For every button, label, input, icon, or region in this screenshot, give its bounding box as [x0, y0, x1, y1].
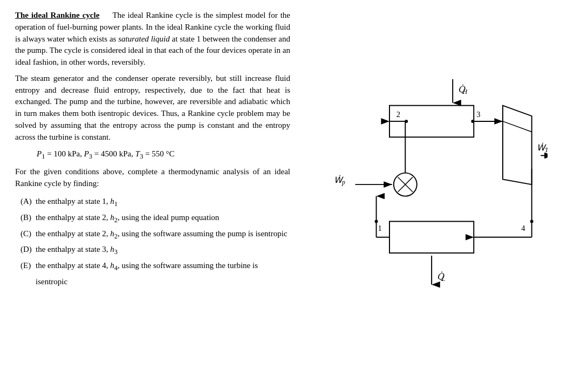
list-item: (A) the enthalpy at state 1, h1 — [20, 194, 290, 210]
item-label-b: (B) — [20, 210, 36, 224]
items-list: (A) the enthalpy at state 1, h1 (B) the … — [20, 194, 290, 289]
item-label-e: (E) — [20, 258, 36, 272]
qH-subscript: H — [462, 88, 468, 95]
paragraph2: The steam generator and the condenser op… — [15, 73, 290, 143]
state1-dot — [375, 220, 378, 223]
item-text-e: the enthalpy at state 4, h4, using the s… — [36, 258, 290, 289]
saturated-liquid-text: saturated liquid — [118, 35, 170, 43]
state2-label: 2 — [396, 110, 400, 119]
list-item: (B) the enthalpy at state 2, h2, using t… — [20, 210, 290, 227]
state4-dot — [530, 220, 534, 223]
item-label-a: (A) — [20, 194, 36, 208]
left-column: The ideal Rankine cycle The ideal Rankin… — [15, 10, 296, 365]
diagram-area: Q̇ H Q̇ L Ẇ p Ẇ T 2 — [296, 10, 573, 365]
list-item: (E) the enthalpy at state 4, h4, using t… — [20, 258, 290, 289]
state3-dot — [471, 120, 474, 123]
diagram-svg: Q̇ H Q̇ L Ẇ p Ẇ T 2 — [321, 74, 548, 300]
item-text-c: the enthalpy at state 2, h2, using the s… — [36, 227, 290, 243]
parameters: P1 = 100 kPa, P3 = 4500 kPa, T3 = 550 °C — [37, 149, 290, 161]
item-text-a: the enthalpy at state 1, h1 — [36, 194, 290, 210]
item-text-d: the enthalpy at state 3, h3 — [36, 242, 290, 258]
turbine-shape — [503, 106, 532, 185]
title-paragraph: The ideal Rankine cycle The ideal Rankin… — [15, 10, 290, 68]
qL-subscript: L — [441, 276, 446, 283]
rankine-cycle-diagram: Q̇ H Q̇ L Ẇ p Ẇ T 2 — [321, 74, 548, 300]
title-text: The ideal Rankine cycle — [15, 11, 99, 19]
turbine-line1 — [503, 121, 532, 132]
item-label-c: (C) — [20, 227, 36, 241]
wT-subscript: T — [545, 147, 548, 154]
item-text-b: the enthalpy at state 2, h2, using the i… — [36, 210, 290, 227]
state4-label: 4 — [521, 224, 525, 232]
state2-dot — [405, 120, 408, 123]
state1-label: 1 — [378, 224, 381, 232]
wP-subscript: p — [341, 179, 345, 186]
list-item: (C) the enthalpy at state 2, h2, using t… — [20, 227, 290, 243]
list-item: (D) the enthalpy at state 3, h3 — [20, 242, 290, 258]
condenser-rect — [389, 221, 474, 253]
item-label-d: (D) — [20, 242, 36, 256]
state3-label: 3 — [476, 110, 480, 119]
problem-intro: For the given conditions above, complete… — [15, 166, 290, 190]
